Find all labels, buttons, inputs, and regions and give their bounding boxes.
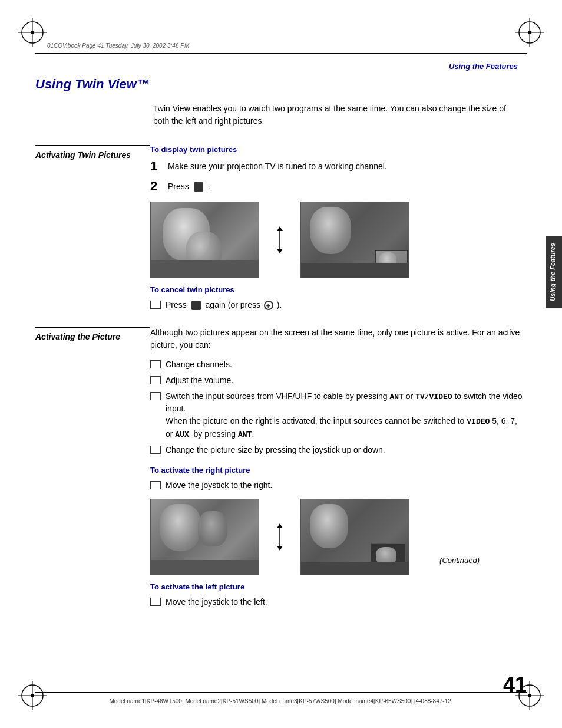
right-picture-heading: To activate the right picture bbox=[150, 466, 524, 475]
cancel-btn-icon bbox=[191, 301, 201, 310]
bullet-input: Switch the input sources from VHF/UHF to… bbox=[150, 390, 524, 441]
bottom-bar bbox=[35, 692, 527, 693]
footer-text: Model name1[KP-46WT500] Model name2[KP-5… bbox=[35, 698, 527, 704]
cancel-suffix: ). bbox=[277, 300, 282, 309]
step-1-text: Make sure your projection TV is tuned to… bbox=[168, 159, 524, 173]
corner-mark-tl bbox=[18, 18, 47, 47]
main-content: Using Twin View™ Twin View enables you t… bbox=[35, 59, 524, 624]
page: 01COV.book Page 41 Tuesday, July 30, 200… bbox=[0, 0, 562, 728]
svg-point-7 bbox=[528, 31, 531, 34]
step-2-period: . bbox=[208, 180, 210, 193]
section-activating-twin: Activating Twin Pictures To display twin… bbox=[35, 145, 524, 315]
right-picture-text: Move the joystick to the right. bbox=[166, 479, 524, 492]
section-activating-picture: Activating the Picture Although two pict… bbox=[35, 327, 524, 612]
intro-text: Twin View enables you to watch two progr… bbox=[153, 103, 524, 127]
cancel-circle-icon bbox=[264, 301, 273, 310]
left-picture-checkbox bbox=[150, 598, 161, 606]
section-right-twin: To display twin pictures 1 Make sure you… bbox=[150, 145, 524, 315]
bullet-checkbox-3 bbox=[150, 392, 161, 400]
left-picture-text: Move the joystick to the left. bbox=[166, 596, 524, 608]
section-left-picture: Activating the Picture bbox=[35, 327, 150, 612]
bullet-checkbox-1 bbox=[150, 360, 161, 368]
step-2-text: Press . bbox=[168, 179, 524, 193]
step-2: 2 Press . bbox=[150, 179, 524, 194]
corner-mark-bl bbox=[18, 681, 47, 710]
section-right-picture: Although two pictures appear on the scre… bbox=[150, 327, 524, 612]
cancel-checkbox bbox=[150, 301, 161, 309]
file-info: 01COV.book Page 41 Tuesday, July 30, 200… bbox=[47, 42, 189, 49]
page-title: Using Twin View™ bbox=[35, 77, 524, 92]
button-icon-twin bbox=[194, 182, 203, 192]
step-2-press-label: Press bbox=[168, 180, 189, 193]
bullet-text-3: Switch the input sources from VHF/UHF to… bbox=[166, 390, 524, 441]
bullet-checkbox-2 bbox=[150, 376, 161, 384]
display-twin-heading: To display twin pictures bbox=[150, 145, 524, 154]
activating-intro: Although two pictures appear on the scre… bbox=[150, 327, 524, 351]
cancel-twin-heading: To cancel twin pictures bbox=[150, 285, 524, 294]
bullet-text-4: Change the picture size by pressing the … bbox=[166, 444, 524, 456]
tv-image-normal bbox=[150, 202, 259, 278]
tv-screen-twin-content bbox=[301, 202, 409, 278]
page-number: 41 bbox=[503, 673, 527, 697]
cancel-text: Press again (or press ). bbox=[166, 299, 524, 311]
corner-mark-tr bbox=[515, 18, 544, 47]
bullet-checkbox-4 bbox=[150, 446, 161, 454]
left-picture-bullet: Move the joystick to the left. bbox=[150, 596, 524, 608]
svg-marker-17 bbox=[277, 226, 283, 231]
tv-image-twin bbox=[300, 202, 409, 278]
top-bar bbox=[35, 53, 527, 54]
bullet-channels: Change channels. bbox=[150, 358, 524, 371]
svg-point-11 bbox=[31, 694, 34, 697]
cancel-press: Press bbox=[166, 300, 187, 309]
left-picture-section: To activate the left picture Move the jo… bbox=[150, 582, 524, 608]
section-left-twin: Activating Twin Pictures bbox=[35, 145, 150, 315]
section-title-twin: Activating Twin Pictures bbox=[35, 150, 141, 162]
step-1-number: 1 bbox=[150, 159, 168, 174]
left-picture-heading: To activate the left picture bbox=[150, 582, 524, 591]
svg-point-15 bbox=[528, 694, 531, 697]
section-title-picture: Activating the Picture bbox=[35, 331, 141, 343]
activate-screen-left bbox=[151, 499, 259, 575]
right-picture-checkbox bbox=[150, 481, 161, 489]
svg-point-3 bbox=[31, 31, 34, 34]
right-picture-section: To activate the right picture Move the j… bbox=[150, 466, 524, 492]
bullet-size: Change the picture size by pressing the … bbox=[150, 444, 524, 456]
activate-screen-right bbox=[301, 499, 409, 575]
page-number-box: 41 bbox=[503, 674, 527, 696]
step-2-number: 2 bbox=[150, 179, 168, 194]
step-1: 1 Make sure your projection TV is tuned … bbox=[150, 159, 524, 174]
svg-marker-20 bbox=[277, 523, 283, 528]
continued-text: (Continued) bbox=[439, 556, 480, 565]
side-tab: Using the Features bbox=[546, 236, 562, 308]
activate-tv-left bbox=[150, 499, 259, 575]
bullet-volume: Adjust the volume. bbox=[150, 374, 524, 387]
twin-images-row bbox=[150, 202, 524, 278]
bullet-text-2: Adjust the volume. bbox=[166, 374, 524, 387]
tv-screen-normal-content bbox=[151, 202, 259, 278]
activate-arrow bbox=[265, 522, 295, 552]
cancel-again: again (or press bbox=[206, 300, 260, 309]
cancel-bullet: Press again (or press ). bbox=[150, 299, 524, 311]
svg-marker-21 bbox=[277, 546, 283, 551]
twin-arrow bbox=[265, 225, 295, 255]
svg-marker-18 bbox=[277, 249, 283, 253]
activate-tv-right bbox=[300, 499, 409, 575]
bullet-text-1: Change channels. bbox=[166, 358, 524, 371]
right-picture-bullet: Move the joystick to the right. bbox=[150, 479, 524, 492]
